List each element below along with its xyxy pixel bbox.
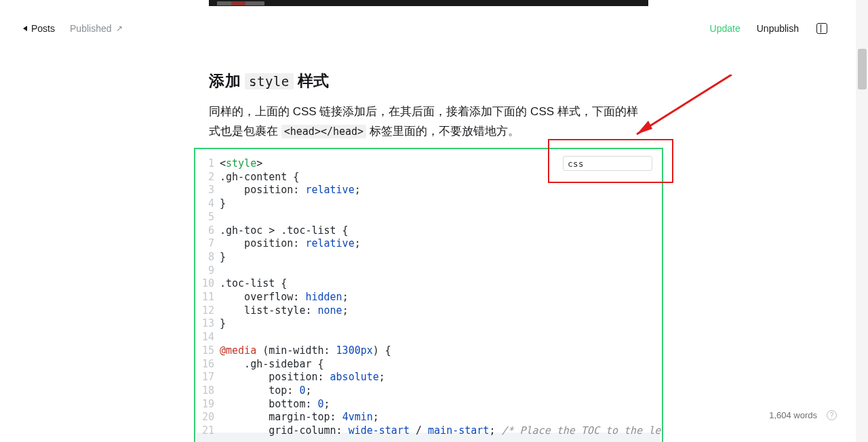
- h2-text-pre: 添加: [209, 71, 241, 92]
- article-body[interactable]: 添加 style 样式 同样的，上面的 CSS 链接添加后，在其后面，接着添加下…: [209, 71, 648, 142]
- para-inline-code: <head></head>: [281, 125, 366, 138]
- word-count-label: 1,604 words: [769, 410, 817, 420]
- h2-inline-code: style: [245, 73, 294, 89]
- unpublish-button[interactable]: Unpublish: [757, 23, 799, 34]
- editor-header: Posts Published ↗ Update Unpublish: [0, 18, 844, 39]
- external-link-icon: ↗: [116, 24, 123, 33]
- back-to-posts-label: Posts: [31, 23, 55, 34]
- back-to-posts-link[interactable]: Posts: [23, 23, 55, 34]
- paragraph[interactable]: 同样的，上面的 CSS 链接添加后，在其后面，接着添加下面的 CSS 样式，下面…: [209, 102, 648, 142]
- vertical-scrollbar-track[interactable]: [856, 0, 868, 442]
- publish-status-label: Published: [70, 23, 112, 34]
- code-block-card[interactable]: 1<<style>style> 2.gh-content { 3 positio…: [194, 148, 663, 442]
- heading-2[interactable]: 添加 style 样式: [209, 71, 648, 92]
- editor-viewport: Posts Published ↗ Update Unpublish 添加 st…: [0, 0, 856, 442]
- help-icon[interactable]: ?: [827, 410, 837, 420]
- settings-panel-toggle-icon[interactable]: [816, 23, 827, 34]
- code-editor[interactable]: 1<<style>style> 2.gh-content { 3 positio…: [195, 157, 662, 438]
- inline-image-placeholder: [209, 0, 648, 6]
- svg-line-0: [637, 75, 732, 134]
- vertical-scrollbar-thumb[interactable]: [858, 49, 867, 89]
- publish-status-link[interactable]: Published ↗: [70, 23, 123, 34]
- para-text-b: 标签里面的，不要放错地方。: [366, 125, 519, 138]
- h2-text-post: 样式: [298, 71, 330, 92]
- update-button[interactable]: Update: [710, 23, 741, 34]
- chevron-left-icon: [23, 26, 27, 31]
- word-count-status: 1,604 words ?: [769, 410, 837, 420]
